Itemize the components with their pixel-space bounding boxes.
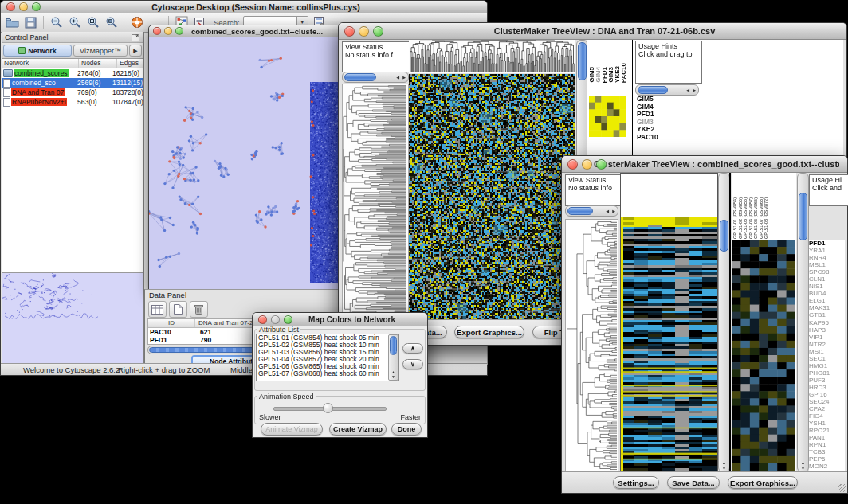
main-titlebar[interactable]: Cytoscape Desktop (Session Name: collins… <box>1 1 487 14</box>
column-label[interactable]: GPL51-06 (GSM865) <box>753 197 759 239</box>
gene-label[interactable]: PAC10 <box>637 134 672 142</box>
gene-label[interactable]: RPN1 <box>809 441 845 448</box>
scrollbar-thumb[interactable] <box>578 42 587 80</box>
done-button[interactable]: Done <box>391 423 422 436</box>
scroll-left-arrow[interactable]: ◀ <box>606 206 609 216</box>
save-button[interactable] <box>23 15 38 30</box>
global-vscrollbar[interactable]: ▲ ▼ <box>718 173 730 472</box>
scroll-left-arrow[interactable]: ◀ <box>396 72 399 82</box>
close-button[interactable] <box>567 159 578 170</box>
gene-label[interactable]: NIS1 <box>809 283 845 290</box>
scroll-right-arrow[interactable]: ▶ <box>693 85 696 95</box>
zoom-window-button[interactable] <box>596 159 607 170</box>
column-label[interactable]: GPL51-08 (GSM872) <box>764 197 769 239</box>
gene-label[interactable]: HMG1 <box>809 362 845 369</box>
move-down-button[interactable]: ∨ <box>402 359 423 369</box>
gene-label[interactable]: MAK31 <box>809 304 845 311</box>
column-label[interactable]: GPL51-03 (GSM856) <box>743 197 748 239</box>
column-header-nodes[interactable]: Nodes <box>79 59 117 68</box>
overview-canvas[interactable] <box>2 273 143 363</box>
network-list-row[interactable]: DNA and Tran 07769(0)183728(0) <box>2 88 143 97</box>
resize-grip[interactable] <box>838 484 846 492</box>
zoom-window-button[interactable] <box>373 26 383 37</box>
export-graphics-button[interactable]: Export Graphics... <box>454 326 524 338</box>
zoom-window-button[interactable] <box>284 315 292 324</box>
gene-label[interactable]: RPO21 <box>809 427 845 434</box>
gene-label[interactable]: GTB1 <box>809 311 845 318</box>
gene-label[interactable]: SPC98 <box>809 268 845 275</box>
scrollbar-thumb[interactable] <box>567 207 593 215</box>
gene-label[interactable]: HRD3 <box>809 384 845 391</box>
heatmap-canvas[interactable] <box>409 74 575 319</box>
network-list-row[interactable]: RNAPuberNov2+I563(0)107847(0) <box>2 97 143 107</box>
row-dendrogram-canvas[interactable] <box>342 84 409 323</box>
close-button[interactable] <box>6 2 15 11</box>
zoom-out-button[interactable] <box>49 15 64 30</box>
gene-label[interactable]: SEC24 <box>809 398 845 405</box>
scroll-right-arrow[interactable]: ▶ <box>402 72 406 82</box>
treeview2-titlebar[interactable]: ClusterMaker TreeView : combined_scores_… <box>562 156 847 173</box>
help-button[interactable] <box>129 15 144 30</box>
heatmap-canvas[interactable] <box>621 217 717 471</box>
gene-label[interactable]: PAN1 <box>809 434 845 441</box>
create-attribute-button[interactable] <box>169 301 187 318</box>
scroll-left-arrow[interactable]: ◀ <box>686 85 689 95</box>
close-button[interactable] <box>258 315 267 324</box>
gene-label[interactable]: MON2 <box>809 463 845 470</box>
scrollbar-thumb[interactable] <box>344 73 376 81</box>
float-panel-icon[interactable] <box>132 33 140 41</box>
tab-overflow-button[interactable]: ▶ <box>129 45 142 57</box>
tab-vizmapper[interactable]: VizMapper™ <box>73 45 128 57</box>
delete-attribute-button[interactable] <box>190 301 208 318</box>
network-list-row[interactable]: combined_scores2764(0)16218(0) <box>2 68 143 78</box>
close-button[interactable] <box>153 27 161 35</box>
gene-label[interactable]: NTR2 <box>809 341 845 348</box>
genelist-vscrollbar[interactable]: ▲ ▼ <box>797 173 809 472</box>
attribute-list-vscrollbar[interactable]: ▲ ▼ <box>388 334 398 381</box>
scroll-up-arrow[interactable]: ▲ <box>719 460 729 465</box>
statusbox-hscrollbar[interactable]: ◀▶ <box>342 72 409 83</box>
zoom-window-button[interactable] <box>32 2 41 11</box>
export-graphics-button[interactable]: Export Graphics... <box>728 476 798 489</box>
gene-label[interactable]: YRA1 <box>809 247 845 254</box>
zoom-heatmap-canvas[interactable] <box>589 96 626 137</box>
gene-label[interactable]: CLN1 <box>809 275 845 283</box>
network-graph-canvas[interactable] <box>149 37 344 290</box>
slider-thumb[interactable] <box>323 403 333 413</box>
scroll-right-arrow[interactable]: ▶ <box>612 206 615 216</box>
open-file-button[interactable] <box>5 15 20 30</box>
scrollbar-thumb[interactable] <box>720 220 728 252</box>
column-dendrogram-canvas[interactable] <box>409 40 575 73</box>
gene-label[interactable]: YSH1 <box>809 420 845 427</box>
scroll-up-arrow[interactable]: ▲ <box>798 460 808 465</box>
treeview1-titlebar[interactable]: ClusterMaker TreeView : DNA and Tran 07-… <box>339 23 846 40</box>
scroll-down-arrow[interactable]: ▼ <box>389 374 398 379</box>
gene-label[interactable]: ELG1 <box>809 297 845 304</box>
column-header-network[interactable]: Network <box>2 59 79 68</box>
zoom-fit-button[interactable] <box>104 15 119 30</box>
scrollbar-thumb[interactable] <box>799 193 807 240</box>
settings-button[interactable]: Settings... <box>613 476 659 489</box>
dialog-titlebar[interactable]: Map Colors to Network <box>253 313 427 326</box>
scrollbar-thumb[interactable] <box>390 336 397 355</box>
gene-label[interactable]: VIP1 <box>809 334 845 341</box>
network-overview-thumbnail[interactable] <box>2 272 143 364</box>
gene-label[interactable]: SEC1 <box>809 355 845 362</box>
gene-label[interactable]: GPI16 <box>809 391 845 398</box>
minimize-button[interactable] <box>582 159 592 170</box>
gene-label[interactable]: PFD1 <box>809 240 845 247</box>
row-dendrogram-canvas[interactable] <box>565 219 618 472</box>
animate-vizmap-button[interactable]: Animate Vizmap <box>261 423 323 436</box>
gene-label[interactable]: RNR4 <box>809 254 845 261</box>
scroll-down-arrow[interactable]: ▼ <box>798 466 808 471</box>
zoom-window-button[interactable] <box>175 27 183 35</box>
attribute-select-button[interactable] <box>148 301 167 318</box>
minimize-button[interactable] <box>19 2 28 11</box>
gene-label[interactable]: PEP5 <box>809 455 845 463</box>
gene-label[interactable]: MSL1 <box>809 261 845 268</box>
zoom-heatmap-canvas[interactable] <box>732 240 795 471</box>
tab-network[interactable]: Network <box>3 45 72 57</box>
gene-label[interactable]: BUD4 <box>809 290 845 297</box>
network-view-titlebar[interactable]: combined_scores_good.txt--cluste... <box>149 25 346 37</box>
minimize-button[interactable] <box>164 27 172 35</box>
